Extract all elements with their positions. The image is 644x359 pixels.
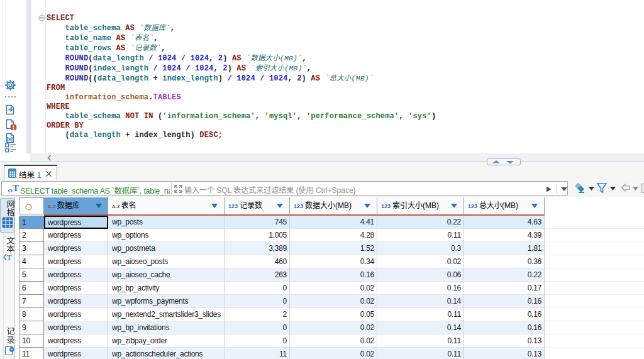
svg-text:T: T (7, 253, 12, 261)
